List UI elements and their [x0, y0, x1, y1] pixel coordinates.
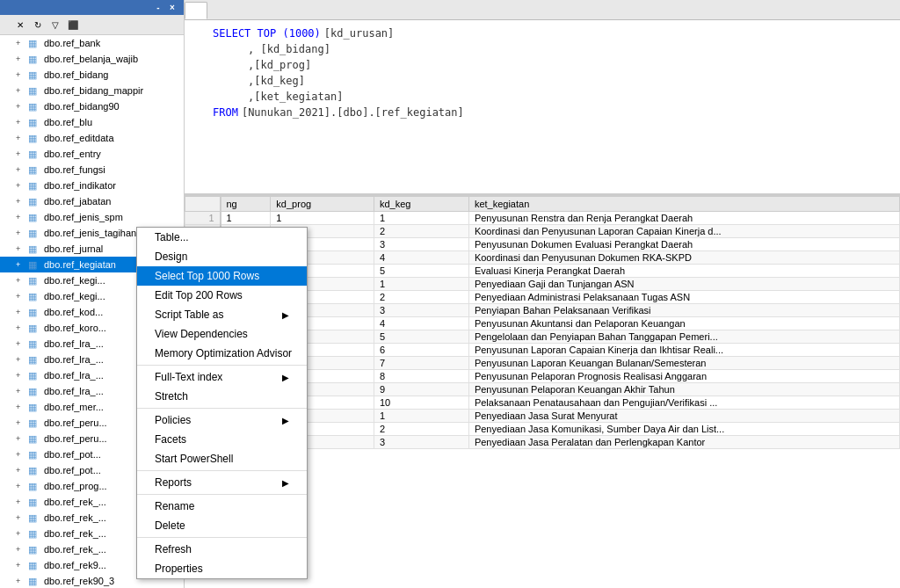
ctx-item-label: Facets	[155, 433, 186, 446]
ctx-item-design[interactable]: Design	[137, 247, 307, 266]
table-icon: ▦	[28, 38, 42, 49]
tree-expander[interactable]: +	[16, 197, 28, 206]
tree-expander[interactable]: +	[16, 418, 28, 427]
panel-close-btn[interactable]: ×	[166, 3, 178, 12]
tree-expander[interactable]: +	[16, 577, 28, 585]
tree-label: dbo.ref_fungsi	[44, 164, 105, 175]
tree-expander[interactable]: +	[16, 545, 28, 554]
disconnect-button[interactable]: ✕	[12, 17, 28, 33]
tree-label: dbo.ref_jenis_tagihan	[44, 228, 136, 238]
refresh-button[interactable]: ↻	[30, 17, 46, 33]
table-cell-15-3: 1	[374, 410, 468, 423]
tree-expander[interactable]: +	[16, 181, 28, 190]
table-cell-17-4: Penyediaan Jasa Peralatan dan Perlengkap…	[468, 436, 899, 449]
tree-expander[interactable]: +	[16, 292, 28, 301]
ctx-item-view_deps[interactable]: View Dependencies	[137, 324, 307, 344]
ctx-item-refresh[interactable]: Refresh	[137, 540, 307, 559]
table-icon: ▦	[28, 133, 42, 144]
tree-expander[interactable]: +	[16, 165, 28, 174]
ctx-item-script_table[interactable]: Script Table as▶	[137, 305, 307, 324]
panel-pin-btn[interactable]: -	[152, 3, 164, 12]
tree-expander[interactable]: +	[16, 387, 28, 396]
ctx-item-table[interactable]: Table...	[137, 228, 307, 247]
ctx-item-reports[interactable]: Reports▶	[137, 473, 307, 492]
table-cell-6-4: Penyediaan Administrasi Pelaksanaan Tuga…	[468, 291, 899, 304]
ctx-item-properties[interactable]: Properties	[137, 559, 307, 578]
tree-expander[interactable]: +	[16, 213, 28, 221]
tree-expander[interactable]: +	[16, 434, 28, 443]
ctx-item-edit_top[interactable]: Edit Top 200 Rows	[137, 286, 307, 305]
tree-label: dbo.ref_bidang	[44, 69, 108, 80]
tree-expander[interactable]: +	[16, 323, 28, 332]
ctx-item-start_ps[interactable]: Start PowerShell	[137, 449, 307, 468]
tree-expander[interactable]: +	[16, 355, 28, 364]
tree-expander[interactable]: +	[16, 529, 28, 538]
tree-expander[interactable]: +	[16, 134, 28, 142]
table-cell-12-4: Penyusunan Pelaporan Prognosis Realisasi…	[468, 370, 899, 383]
tree-expander[interactable]: +	[16, 54, 28, 63]
tree-label: dbo.ref_bank	[44, 38, 100, 48]
tree-item-ref_bank[interactable]: + ▦ dbo.ref_bank	[0, 35, 184, 51]
ctx-item-mem_opt[interactable]: Memory Optimization Advisor	[137, 344, 307, 363]
table-cell-4-4: Evaluasi Kinerja Perangkat Daerah	[468, 265, 899, 278]
table-icon: ▦	[28, 560, 42, 571]
table-icon: ▦	[28, 85, 42, 97]
tree-label: dbo.ref_rek_...	[44, 544, 106, 555]
tree-item-ref_editdata[interactable]: + ▦ dbo.ref_editdata	[0, 130, 184, 146]
tree-item-ref_fungsi[interactable]: + ▦ dbo.ref_fungsi	[0, 162, 184, 178]
tree-expander[interactable]: +	[16, 403, 28, 411]
query-tab[interactable]	[185, 2, 207, 19]
tree-expander[interactable]: +	[16, 102, 28, 111]
tree-item-ref_bidang_mappir[interactable]: + ▦ dbo.ref_bidang_mappir	[0, 83, 184, 98]
tree-expander[interactable]: +	[16, 260, 28, 269]
tree-item-ref_indikator[interactable]: + ▦ dbo.ref_indikator	[0, 178, 184, 193]
ctx-item-fulltext[interactable]: Full-Text index▶	[137, 367, 307, 387]
ctx-separator	[137, 470, 307, 471]
tree-item-ref_bidang[interactable]: + ▦ dbo.ref_bidang	[0, 67, 184, 83]
table-icon: ▦	[28, 449, 42, 461]
connect-button[interactable]	[4, 17, 11, 33]
ctx-item-rename[interactable]: Rename	[137, 497, 307, 516]
tree-item-ref_belanja_wajib[interactable]: + ▦ dbo.ref_belanja_wajib	[0, 51, 184, 67]
tree-expander[interactable]: +	[16, 86, 28, 95]
tree-expander[interactable]: +	[16, 118, 28, 127]
tree-expander[interactable]: +	[16, 466, 28, 475]
tree-expander[interactable]: +	[16, 308, 28, 316]
tree-expander[interactable]: +	[16, 450, 28, 459]
table-row[interactable]: 1111Penyusunan Renstra dan Renja Perangk…	[185, 212, 900, 225]
query-editor[interactable]: SELECT TOP (1000) [kd_urusan] , [kd_bida…	[185, 20, 900, 196]
tree-item-ref_blu[interactable]: + ▦ dbo.ref_blu	[0, 114, 184, 130]
filter-button[interactable]: ▽	[47, 17, 63, 33]
ctx-item-policies[interactable]: Policies▶	[137, 410, 307, 430]
ctx-item-stretch[interactable]: Stretch	[137, 387, 307, 406]
tree-expander[interactable]: +	[16, 70, 28, 79]
ctx-item-facets[interactable]: Facets	[137, 430, 307, 449]
ctx-separator	[137, 537, 307, 538]
ctx-item-select_top[interactable]: Select Top 1000 Rows	[137, 266, 307, 286]
tree-item-ref_jenis_spm[interactable]: + ▦ dbo.ref_jenis_spm	[0, 209, 184, 225]
table-icon: ▦	[28, 243, 42, 255]
tree-expander[interactable]: +	[16, 561, 28, 570]
ctx-item-delete[interactable]: Delete	[137, 516, 307, 535]
tree-expander[interactable]: +	[16, 149, 28, 158]
table-icon: ▦	[28, 354, 42, 366]
tree-item-ref_entry[interactable]: + ▦ dbo.ref_entry	[0, 146, 184, 162]
tree-label: dbo.ref_rek_...	[44, 528, 106, 539]
ctx-submenu-arrow: ▶	[282, 478, 289, 488]
tree-expander[interactable]: +	[16, 339, 28, 348]
table-cell-11-3: 7	[374, 357, 468, 370]
table-icon: ▦	[28, 402, 42, 413]
tree-item-ref_bidang90[interactable]: + ▦ dbo.ref_bidang90	[0, 98, 184, 114]
tree-expander[interactable]: +	[16, 497, 28, 506]
tree-expander[interactable]: +	[16, 229, 28, 237]
col-header-0	[185, 197, 221, 212]
tree-expander[interactable]: +	[16, 276, 28, 285]
table-icon: ▦	[28, 212, 42, 223]
tree-expander[interactable]: +	[16, 39, 28, 47]
tree-expander[interactable]: +	[16, 513, 28, 522]
tree-expander[interactable]: +	[16, 482, 28, 490]
stop-button[interactable]: ⬛	[65, 17, 81, 33]
tree-expander[interactable]: +	[16, 371, 28, 380]
tree-expander[interactable]: +	[16, 244, 28, 253]
tree-item-ref_jabatan[interactable]: + ▦ dbo.ref_jabatan	[0, 193, 184, 209]
